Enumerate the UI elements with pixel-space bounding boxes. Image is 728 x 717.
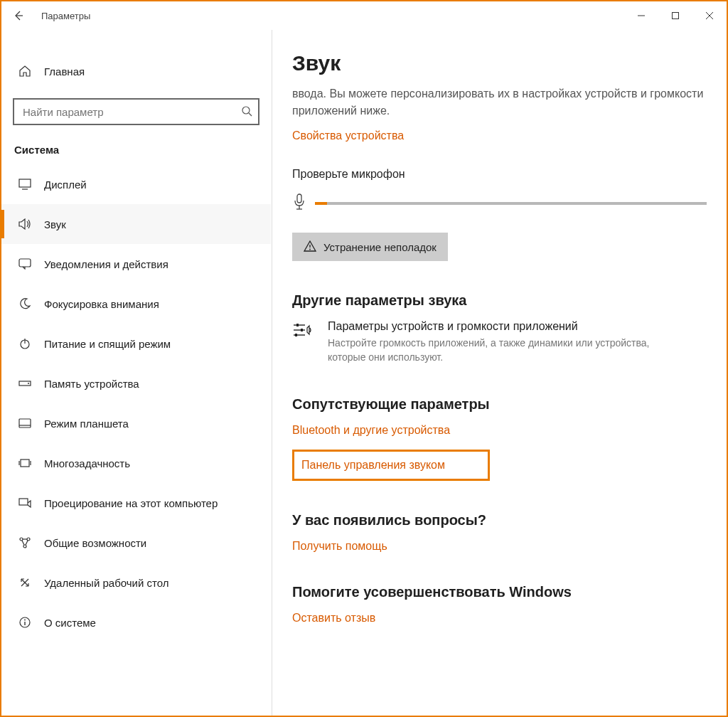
svg-line-6 <box>249 113 252 116</box>
nav-label: Питание и спящий режим <box>44 338 171 350</box>
nav-label: Режим планшета <box>44 418 129 430</box>
volume-option-title: Параметры устройств и громкости приложен… <box>328 320 655 333</box>
speaker-icon <box>17 216 33 232</box>
storage-icon <box>17 376 33 391</box>
mic-level-fill <box>315 202 327 205</box>
feedback-title: Помогите усовершенствовать Windows <box>292 584 707 600</box>
sidebar-item-storage[interactable]: Память устройства <box>1 363 271 403</box>
display-icon <box>17 176 33 192</box>
close-button[interactable] <box>692 1 727 30</box>
troubleshoot-button[interactable]: Устранение неполадок <box>292 233 448 261</box>
svg-rect-37 <box>296 324 299 326</box>
sidebar-item-sound[interactable]: Звук <box>1 204 271 244</box>
titlebar: Параметры <box>1 1 727 30</box>
nav-label: О системе <box>44 617 96 629</box>
tablet-icon <box>17 415 33 431</box>
mic-level-bar <box>315 202 707 205</box>
power-icon <box>17 336 33 351</box>
questions-title: У вас появились вопросы? <box>292 512 707 529</box>
mic-check-label: Проверьте микрофон <box>292 168 707 181</box>
search-input[interactable] <box>13 98 259 125</box>
sidebar-item-home[interactable]: Главная <box>1 51 271 91</box>
sidebar-item-shared[interactable]: Общие возможности <box>1 523 271 563</box>
nav-label: Дисплей <box>44 179 87 191</box>
svg-rect-16 <box>21 460 29 467</box>
back-button[interactable] <box>1 1 36 30</box>
search-icon <box>241 105 252 119</box>
svg-point-20 <box>20 538 23 541</box>
sidebar-item-display[interactable]: Дисплей <box>1 164 271 204</box>
get-help-link[interactable]: Получить помощь <box>292 540 707 553</box>
shared-icon <box>17 535 33 551</box>
main-content: Звук ввода. Вы можете персонализировать … <box>272 30 727 716</box>
nav-label: Память устройства <box>44 378 139 390</box>
page-title: Звук <box>292 51 707 75</box>
svg-point-13 <box>28 383 29 384</box>
maximize-button[interactable] <box>658 1 692 30</box>
sidebar-item-projecting[interactable]: Проецирование на этот компьютер <box>1 483 271 523</box>
sidebar-item-notifications[interactable]: Уведомления и действия <box>1 244 271 284</box>
info-icon <box>17 615 33 630</box>
related-title: Сопутствующие параметры <box>292 396 707 413</box>
volume-option-desc: Настройте громкость приложений, а также … <box>328 336 655 365</box>
moon-icon <box>17 296 33 312</box>
search-field[interactable] <box>21 105 241 119</box>
nav-label: Звук <box>44 218 66 230</box>
minimize-icon <box>637 11 646 20</box>
nav-label: Многозадачность <box>44 457 130 469</box>
window-title: Параметры <box>41 11 90 21</box>
multitasking-icon <box>17 455 33 471</box>
page-description: ввода. Вы можете персонализировать их в … <box>292 85 707 120</box>
sidebar-item-remote-desktop[interactable]: Удаленный рабочий стол <box>1 563 271 602</box>
nav-label: Проецирование на этот компьютер <box>44 497 218 509</box>
project-icon <box>17 495 33 511</box>
arrow-left-icon <box>13 10 24 21</box>
svg-point-22 <box>23 545 26 548</box>
svg-point-35 <box>309 248 311 250</box>
notification-icon <box>17 256 33 272</box>
svg-rect-41 <box>295 334 297 336</box>
svg-rect-2 <box>673 13 679 19</box>
other-sound-title: Другие параметры звука <box>292 292 707 309</box>
sliders-icon <box>292 322 312 341</box>
nav-label: Уведомления и действия <box>44 258 168 270</box>
give-feedback-link[interactable]: Оставить отзыв <box>292 612 707 625</box>
volume-option-row[interactable]: Параметры устройств и громкости приложен… <box>292 320 707 365</box>
svg-line-24 <box>26 541 28 545</box>
sound-control-panel-link[interactable]: Панель управления звуком <box>301 459 445 472</box>
sidebar: Главная Система Дисплей Звук <box>1 30 272 716</box>
sidebar-item-focus-assist[interactable]: Фокусировка внимания <box>1 284 271 324</box>
bluetooth-link[interactable]: Bluetooth и другие устройства <box>292 424 707 437</box>
svg-point-21 <box>27 538 30 541</box>
maximize-icon <box>671 11 680 20</box>
home-icon <box>17 63 33 79</box>
device-properties-link[interactable]: Свойства устройства <box>292 129 707 142</box>
close-icon <box>705 11 714 20</box>
svg-rect-31 <box>297 194 301 203</box>
minimize-button[interactable] <box>624 1 658 30</box>
home-label: Главная <box>44 65 85 78</box>
sidebar-item-power[interactable]: Питание и спящий режим <box>1 324 271 363</box>
svg-point-30 <box>24 620 26 621</box>
warning-icon <box>304 240 316 254</box>
remote-icon <box>17 575 33 590</box>
sidebar-item-multitasking[interactable]: Многозадачность <box>1 443 271 483</box>
sidebar-item-tablet[interactable]: Режим планшета <box>1 403 271 443</box>
microphone-icon <box>292 193 306 213</box>
nav-label: Удаленный рабочий стол <box>44 577 168 589</box>
nav-label: Общие возможности <box>44 537 146 549</box>
nav-label: Фокусировка внимания <box>44 298 159 310</box>
sidebar-section-header: Система <box>1 138 271 164</box>
svg-point-5 <box>242 107 250 114</box>
svg-rect-19 <box>19 499 28 505</box>
highlighted-link-box: Панель управления звуком <box>292 450 490 481</box>
sidebar-item-about[interactable]: О системе <box>1 602 271 642</box>
troubleshoot-label: Устранение неполадок <box>323 241 437 253</box>
svg-rect-7 <box>19 179 31 187</box>
svg-rect-14 <box>19 419 31 427</box>
svg-rect-39 <box>301 329 303 331</box>
svg-line-23 <box>22 541 24 545</box>
svg-rect-9 <box>19 259 31 267</box>
